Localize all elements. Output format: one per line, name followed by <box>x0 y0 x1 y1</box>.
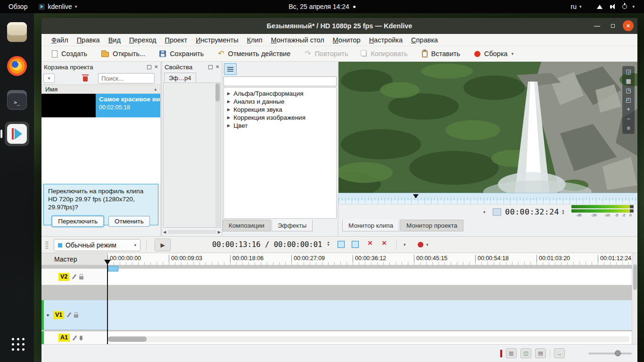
show-audio-thumbnails-button[interactable]: ◫ <box>520 348 531 358</box>
switch-profile-button[interactable]: Переключить <box>52 216 104 227</box>
monitor-zone-out-icon[interactable]: ◰ <box>626 97 631 103</box>
track-label-v1[interactable]: V1 <box>53 311 64 319</box>
timecode-spinner[interactable]: ▲▼ <box>561 209 565 215</box>
open-button[interactable]: Открыть... <box>98 49 149 59</box>
insert-zone-icon[interactable] <box>352 241 359 248</box>
timeline-zoom-slider[interactable] <box>588 353 632 354</box>
lock-icon[interactable] <box>74 314 78 318</box>
audio-tools-dropdown[interactable]: ▾ <box>404 242 406 247</box>
toolbar-grip[interactable] <box>45 241 49 249</box>
monitor-zone-bar[interactable] <box>339 200 637 204</box>
minimize-button[interactable]: — <box>592 20 603 31</box>
save-button[interactable]: Сохранить <box>156 49 207 59</box>
redo-button[interactable]: ↷Повторить <box>301 49 352 59</box>
effects-category[interactable]: ▶Коррекция изображения <box>224 114 336 122</box>
timeline-vertical-scrollbar[interactable] <box>632 253 637 344</box>
dock-item-terminal[interactable]: >_ <box>5 88 29 112</box>
monitor-fullscreen-icon[interactable]: ◲ <box>626 69 631 74</box>
effects-category[interactable]: ▶Коррекция звука <box>224 106 336 114</box>
close-panel-icon[interactable]: × <box>215 65 219 69</box>
show-markers-button[interactable]: ▤ <box>535 348 546 358</box>
dock-item-files[interactable] <box>5 20 29 44</box>
monitor-zoom-dropdown[interactable]: ▾ <box>479 207 489 217</box>
paste-button[interactable]: Вставить <box>418 49 464 59</box>
timeline-play-button[interactable]: ▶ <box>155 239 171 251</box>
monitor-overlay-menu-icon[interactable]: ≡ <box>627 125 630 131</box>
timeline-ruler[interactable]: 00:00:00:00 00:00:09:03 00:00:18:06 00:0… <box>107 253 632 265</box>
render-button[interactable]: Сборка▾ <box>471 49 517 59</box>
show-applications-button[interactable] <box>5 331 29 355</box>
bin-add-dropdown[interactable]: ▾ <box>43 74 55 83</box>
monitor-zoom-in-icon[interactable]: + <box>627 107 630 112</box>
menu-help[interactable]: Справка <box>407 35 442 45</box>
tab-clip-monitor[interactable]: Монитор клипа <box>342 220 399 231</box>
expand-arrow-icon[interactable]: ▶ <box>227 107 230 112</box>
menu-file[interactable]: Файл <box>47 35 73 45</box>
expand-arrow-icon[interactable]: ▶ <box>227 123 230 128</box>
dock-item-kdenlive[interactable] <box>5 122 29 146</box>
effects-category[interactable]: ▶Анализ и данные <box>224 98 336 106</box>
activities-button[interactable]: Обзор <box>3 0 33 13</box>
scrollbar-thumb[interactable] <box>633 264 637 290</box>
app-menu-button[interactable]: kdenlive ▾ <box>33 0 83 13</box>
track-header-v1[interactable]: ▾ V1 <box>41 300 107 330</box>
mix-clip-icon[interactable] <box>338 241 345 248</box>
new-button[interactable]: Создать <box>48 49 91 59</box>
monitor-zone-in-icon[interactable]: ◳ <box>626 88 631 93</box>
tab-project-monitor[interactable]: Монитор проекта <box>400 220 463 231</box>
timeline-master-button[interactable]: Мастер <box>41 253 107 265</box>
maximize-button[interactable] <box>607 20 618 31</box>
record-dropdown[interactable]: ▾ <box>426 242 429 247</box>
menu-edit[interactable]: Правка <box>73 35 104 45</box>
copy-button[interactable]: Копировать <box>358 49 411 59</box>
snap-toggle-button[interactable]: ↔ <box>554 348 565 358</box>
monitor-grid-icon[interactable]: ▦ <box>626 78 631 84</box>
expand-arrow-icon[interactable]: ▶ <box>227 99 230 104</box>
menu-clip[interactable]: Клип <box>243 35 267 45</box>
scroll-right-icon[interactable]: ▶ <box>218 230 221 234</box>
timeline-timecode-spinner[interactable]: ▲▼ <box>327 241 330 247</box>
cancel-profile-button[interactable]: Отменить <box>108 216 150 227</box>
properties-vertical-scrollbar[interactable] <box>215 83 220 227</box>
menu-monitor[interactable]: Монитор <box>329 35 365 45</box>
float-panel-icon[interactable] <box>147 65 151 69</box>
monitor-zoom-out-icon[interactable]: − <box>627 116 630 122</box>
scroll-left-icon[interactable]: ◀ <box>163 230 166 234</box>
undo-button[interactable]: ↶Отменить действие <box>214 49 294 59</box>
clip-item[interactable]: Самое красивое ви 00:02:05:18 <box>41 94 160 117</box>
delete-in-icon[interactable]: × <box>368 239 372 248</box>
properties-horizontal-scrollbar[interactable]: ◀ ▶ <box>163 229 221 235</box>
effects-category[interactable]: ▶Цвет <box>224 122 336 130</box>
menu-tools[interactable]: Инструменты <box>191 35 242 45</box>
record-icon[interactable] <box>418 242 423 247</box>
scrollbar-thumb[interactable] <box>108 337 147 342</box>
menu-timeline[interactable]: Монтажный стол <box>267 35 329 45</box>
expand-arrow-icon[interactable]: ▶ <box>227 115 230 120</box>
track-header-a1[interactable]: A1 <box>41 331 107 344</box>
menu-go[interactable]: Переход <box>125 35 161 45</box>
edit-track-icon[interactable] <box>72 274 77 279</box>
clock-button[interactable]: Вс, 25 апреля 14:24 <box>289 0 355 13</box>
menu-view[interactable]: Вид <box>104 35 125 45</box>
monitor-thumbnail-toggle[interactable] <box>493 208 501 216</box>
system-status-menu[interactable]: ▾ <box>589 0 640 13</box>
delete-out-icon[interactable]: × <box>382 239 387 248</box>
playhead[interactable] <box>104 260 111 344</box>
monitor-timecode[interactable]: 00:00:32:24 <box>505 207 559 216</box>
float-panel-icon[interactable] <box>208 65 213 69</box>
window-titlebar[interactable]: Безымянный* / HD 1080p 25 fps — Kdenlive… <box>41 18 637 34</box>
bin-search-input[interactable] <box>98 73 155 83</box>
track-v1[interactable] <box>107 300 632 330</box>
effects-category[interactable]: ▶Альфа/Трансформация <box>224 90 336 98</box>
track-v2[interactable] <box>107 269 632 285</box>
collapse-chevron-icon[interactable]: ▾ <box>47 313 49 318</box>
timeline-horizontal-scrollbar[interactable] <box>108 336 630 342</box>
trash-icon[interactable] <box>83 76 88 82</box>
edit-track-icon[interactable] <box>67 312 72 317</box>
bin-column-header[interactable]: Имя ▴ <box>41 84 160 94</box>
edit-mode-dropdown[interactable]: Обычный режим ▾ <box>54 239 140 251</box>
edit-track-icon[interactable] <box>73 335 77 340</box>
lock-icon[interactable] <box>79 276 83 280</box>
monitor-ruler[interactable] <box>339 193 637 200</box>
close-button[interactable]: × <box>623 20 634 31</box>
